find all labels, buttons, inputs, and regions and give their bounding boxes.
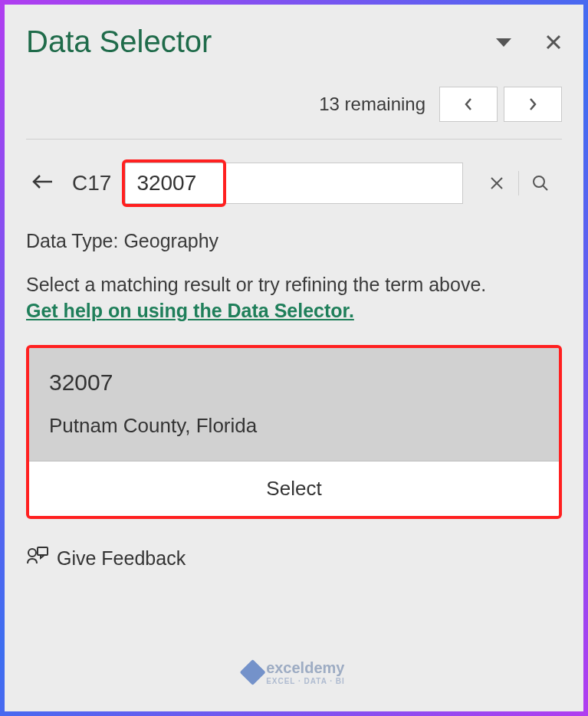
back-arrow-icon[interactable]: [26, 168, 58, 199]
result-title: 32007: [49, 369, 539, 396]
prev-button[interactable]: [439, 87, 498, 122]
nav-buttons: [439, 87, 562, 122]
feedback-icon: [26, 545, 49, 571]
svg-line-7: [543, 186, 547, 190]
watermark-tag: EXCEL · DATA · BI: [266, 677, 345, 685]
result-subtitle: Putnam County, Florida: [49, 414, 539, 438]
search-container: [125, 163, 463, 204]
clear-search-icon[interactable]: [475, 163, 518, 204]
data-type-label: Data Type: Geography: [26, 230, 562, 252]
close-icon[interactable]: [545, 34, 562, 51]
result-info[interactable]: 32007 Putnam County, Florida: [29, 348, 559, 461]
feedback-link[interactable]: Give Feedback: [26, 545, 562, 571]
divider: [26, 139, 562, 140]
feedback-label: Give Feedback: [57, 547, 186, 570]
cell-reference: C17: [72, 171, 111, 195]
svg-point-6: [534, 176, 544, 187]
panel-title: Data Selector: [26, 25, 212, 59]
panel-header: Data Selector: [26, 25, 562, 59]
svg-rect-9: [38, 547, 48, 555]
search-input[interactable]: [125, 163, 463, 204]
watermark-brand: exceldemy: [266, 659, 344, 676]
remaining-row: 13 remaining: [26, 87, 562, 122]
search-row: C17: [26, 163, 562, 204]
watermark-logo-icon: [239, 659, 265, 685]
watermark: exceldemy EXCEL · DATA · BI: [243, 659, 345, 685]
svg-point-8: [28, 549, 36, 557]
search-icon[interactable]: [519, 163, 562, 204]
help-link[interactable]: Get help on using the Data Selector.: [26, 300, 562, 322]
remaining-count: 13 remaining: [319, 94, 425, 115]
search-actions: [475, 163, 562, 204]
instruction-text: Select a matching result or try refining…: [26, 271, 562, 298]
data-selector-panel: Data Selector 13 remaining: [5, 5, 583, 711]
header-controls: [496, 34, 562, 51]
select-button[interactable]: Select: [29, 461, 559, 516]
task-pane-options-icon[interactable]: [496, 37, 511, 48]
frame-border: Data Selector 13 remaining: [0, 0, 588, 716]
result-card: 32007 Putnam County, Florida Select: [26, 345, 562, 519]
svg-marker-0: [496, 38, 511, 47]
next-button[interactable]: [504, 87, 562, 122]
